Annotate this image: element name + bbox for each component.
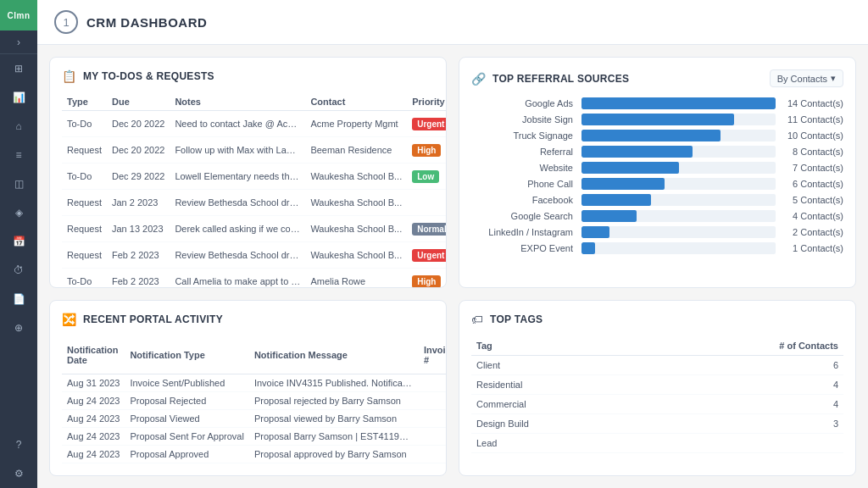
referral-row: Truck Signage 10 Contact(s) [471, 130, 843, 141]
sidebar-item-calendar[interactable]: 📅 [0, 227, 37, 256]
header-number: 1 [63, 16, 69, 29]
referral-bar [581, 210, 637, 222]
tags-col-count: # of Contacts [648, 336, 843, 356]
table-row: Design Build 3 [471, 414, 843, 434]
todo-priority: Low [407, 164, 447, 190]
referral-bar [581, 162, 679, 174]
table-row: Request Dec 20 2022 Follow up with Max w… [62, 137, 447, 164]
tag-icon: ◈ [15, 207, 23, 219]
todo-priority: Urgent [407, 111, 447, 137]
referral-row: EXPO Event 1 Contact(s) [471, 242, 843, 254]
todo-priority: Urgent [407, 242, 447, 269]
referral-row: Referral 8 Contact(s) [471, 146, 843, 158]
referral-count: 1 Contact(s) [776, 243, 843, 253]
sidebar-logo[interactable]: Clmn [0, 0, 37, 30]
referral-count: 5 Contact(s) [776, 195, 843, 205]
table-row: To-Do Feb 2 2023 Call Amelia to make app… [62, 269, 447, 289]
referral-filter-button[interactable]: By Contacts ▾ [770, 69, 843, 87]
portal-col-date: Notification Date [62, 336, 125, 374]
portal-date: Aug 24 2023 [62, 410, 125, 428]
todo-due: Dec 20 2022 [107, 111, 170, 137]
referral-bar [581, 194, 651, 206]
referral-card: 🔗 TOP REFERRAL SOURCES By Contacts ▾ Goo… [459, 57, 856, 288]
tag-name: Design Build [471, 414, 648, 434]
todo-type: Request [62, 190, 107, 216]
referral-bar [581, 146, 693, 158]
portal-message: Proposal Barry Samson | EST4119490 | Des… [249, 428, 419, 446]
portal-date: Aug 24 2023 [62, 446, 125, 463]
sidebar-item-document[interactable]: 📄 [0, 285, 37, 313]
table-row: Aug 24 2023 Proposal Viewed Proposal vie… [62, 410, 447, 428]
portal-col-message: Notification Message [249, 336, 419, 374]
referral-title: TOP REFERRAL SOURCES [492, 73, 629, 85]
todo-priority: High [407, 269, 447, 289]
sidebar-item-circle[interactable]: ⊕ [0, 313, 37, 342]
chart-icon: 📊 [13, 92, 25, 103]
portal-header: 🔀 RECENT PORTAL ACTIVITY [62, 313, 434, 326]
todo-due: Feb 2 2023 [107, 269, 170, 289]
todos-icon: 📋 [62, 69, 76, 83]
portal-message: Proposal approved by Barry Samson [249, 446, 419, 463]
todo-notes: Call Amelia to make appt to look at warr… [170, 269, 305, 289]
referral-source-label: Google Search [471, 211, 581, 221]
portal-invoice [419, 374, 447, 392]
todo-notes: Need to contact Jake @ Acme for a site v… [170, 111, 305, 137]
table-row: Aug 24 2023 Proposal Approved Proposal a… [62, 446, 447, 463]
todo-contact: Waukesha School B... [305, 190, 407, 216]
sidebar-item-chart[interactable]: 📊 [0, 83, 37, 112]
table-row: Residential 4 [471, 375, 843, 395]
referral-row: Phone Call 6 Contact(s) [471, 178, 843, 190]
todo-type: Request [62, 242, 107, 269]
tags-header: 🏷 TOP TAGS [471, 313, 843, 326]
todo-due: Feb 2 2023 [107, 242, 170, 269]
todos-header: 📋 MY TO-DOS & REQUESTS [62, 69, 434, 83]
sidebar-item-building[interactable]: ⌂ [0, 112, 37, 141]
todo-due: Dec 29 2022 [107, 164, 170, 190]
sidebar-item-settings[interactable]: ⚙ [14, 459, 24, 488]
col-priority: Priority [407, 93, 447, 111]
referral-bar-container [581, 130, 776, 141]
todo-priority: High [407, 137, 447, 164]
portal-type: Invoice Sent/Published [125, 374, 249, 392]
todo-due: Jan 2 2023 [107, 190, 170, 216]
todo-notes: Review Bethesda School drainage situatio… [170, 242, 305, 269]
col-type: Type [62, 93, 107, 111]
dashboard-content: 📋 MY TO-DOS & REQUESTS Type Due Notes Co… [37, 45, 868, 488]
referral-count: 10 Contact(s) [776, 130, 843, 141]
portal-type: Proposal Approved [125, 446, 249, 463]
priority-badge: Urgent [412, 118, 447, 130]
table-row: Lead [471, 434, 843, 453]
todo-contact: Waukesha School B... [305, 164, 407, 190]
sidebar-toggle[interactable]: › [0, 30, 37, 54]
referral-bar-container [581, 114, 776, 125]
grid-icon: ⊞ [14, 63, 23, 75]
tags-title: TOP TAGS [490, 313, 542, 325]
referral-source-label: Jobsite Sign [471, 114, 581, 125]
referral-count: 6 Contact(s) [776, 179, 843, 189]
todo-type: To-Do [62, 164, 107, 190]
todo-type: Request [62, 137, 107, 164]
priority-badge: Normal [412, 223, 447, 236]
referral-source-label: EXPO Event [471, 243, 581, 253]
sidebar-item-tag[interactable]: ◈ [0, 198, 37, 227]
portal-col-type: Notification Type [125, 336, 249, 374]
sidebar-item-clock[interactable]: ⏱ [0, 256, 37, 285]
referral-bar-container [581, 194, 776, 206]
referral-count: 4 Contact(s) [776, 211, 843, 221]
sidebar-item-layers[interactable]: ◫ [0, 169, 37, 198]
referral-source-label: Website [471, 163, 581, 173]
sidebar-item-list[interactable]: ≡ [0, 141, 37, 169]
referral-bars-container: Google Ads 14 Contact(s) Jobsite Sign 11… [471, 97, 843, 254]
todo-due: Jan 13 2023 [107, 216, 170, 242]
priority-badge: Urgent [412, 249, 447, 262]
chevron-down-icon: ▾ [831, 73, 836, 84]
table-row: To-Do Dec 29 2022 Lowell Elementary need… [62, 164, 447, 190]
referral-source-label: Facebook [471, 195, 581, 205]
sidebar-item-help[interactable]: ? [14, 430, 24, 459]
todo-contact: Waukesha School B... [305, 216, 407, 242]
referral-bar [581, 226, 609, 238]
priority-badge: Low [412, 170, 439, 183]
clock-icon: ⏱ [14, 264, 24, 276]
sidebar-item-grid[interactable]: ⊞ [0, 54, 37, 83]
col-due: Due [107, 93, 170, 111]
